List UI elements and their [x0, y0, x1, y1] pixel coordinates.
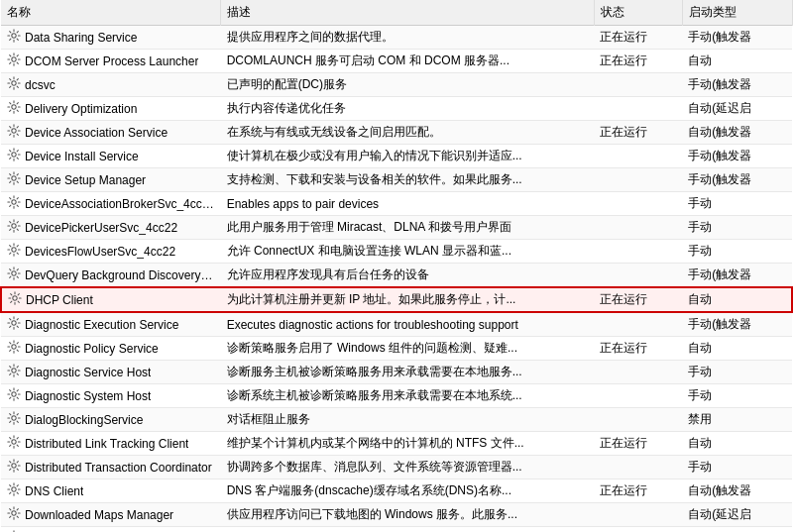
service-name-text: DNS Client	[25, 484, 83, 498]
service-desc-cell: 诊断服务主机被诊断策略服务用来承载需要在本地服务...	[221, 361, 595, 384]
svg-point-12	[12, 321, 16, 325]
service-startup-cell: 自动(延迟启	[682, 97, 792, 121]
service-name-text: DevicePickerUserSvc_4cc22	[25, 221, 177, 235]
service-icon	[7, 53, 21, 69]
service-desc-cell: DCOMLAUNCH 服务可启动 COM 和 DCOM 服务器...	[221, 50, 595, 73]
service-icon	[7, 459, 21, 476]
service-icon	[7, 243, 21, 260]
service-icon	[7, 482, 21, 499]
table-row[interactable]: DtsApo4Service	[1, 527, 792, 533]
service-status-cell	[594, 216, 682, 240]
service-status-cell	[594, 384, 682, 408]
table-row[interactable]: Device Association Service在系统与有线或无线设备之间启…	[1, 121, 792, 145]
service-status-cell	[594, 527, 682, 533]
table-row[interactable]: Device Install Service使计算机在极少或没有用户输入的情况下…	[1, 145, 792, 168]
service-desc-cell: 提供应用程序之间的数据代理。	[221, 26, 595, 50]
service-status-cell: 正在运行	[594, 50, 682, 73]
service-icon	[7, 435, 21, 452]
table-row[interactable]: Device Setup Manager支持检测、下载和安装与设备相关的软件。如…	[1, 168, 792, 192]
service-desc-cell: 供应用程序访问已下载地图的 Windows 服务。此服务...	[221, 503, 595, 527]
service-icon	[7, 506, 21, 523]
service-status-cell: 正在运行	[594, 337, 682, 361]
service-name-cell: DialogBlockingService	[1, 408, 221, 432]
service-name-cell: DNS Client	[1, 479, 221, 503]
service-name-cell: Diagnostic System Host	[1, 384, 221, 408]
service-startup-cell: 手动	[682, 240, 792, 264]
service-startup-cell: 手动	[682, 456, 792, 479]
service-icon	[7, 76, 21, 93]
service-icon	[7, 340, 21, 357]
service-icon	[8, 291, 22, 308]
table-row[interactable]: Data Sharing Service提供应用程序之间的数据代理。正在运行手动…	[1, 26, 792, 50]
col-header-status[interactable]: 状态	[594, 0, 682, 26]
table-row[interactable]: DevicesFlowUserSvc_4cc22允许 ConnectUX 和电脑…	[1, 240, 792, 264]
service-startup-cell: 自动(触发器	[682, 121, 792, 145]
table-row[interactable]: dcsvc已声明的配置(DC)服务手动(触发器	[1, 73, 792, 97]
svg-point-11	[13, 296, 17, 300]
table-row[interactable]: Distributed Transaction Coordinator协调跨多个…	[1, 456, 792, 479]
service-name-cell: Diagnostic Execution Service	[1, 312, 221, 337]
table-row[interactable]: Delivery Optimization执行内容传递优化任务自动(延迟启	[1, 97, 792, 121]
service-startup-cell: 禁用	[682, 408, 792, 432]
service-startup-cell: 手动(触发器	[682, 168, 792, 192]
service-startup-cell: 手动(触发器	[682, 264, 792, 288]
table-row[interactable]: DHCP Client为此计算机注册并更新 IP 地址。如果此服务停止，计...…	[1, 287, 792, 312]
table-row[interactable]: DNS ClientDNS 客户端服务(dnscache)缓存域名系统(DNS)…	[1, 479, 792, 503]
col-header-name[interactable]: 名称	[1, 0, 221, 26]
table-row[interactable]: Downloaded Maps Manager供应用程序访问已下载地图的 Win…	[1, 503, 792, 527]
svg-point-9	[12, 248, 16, 252]
table-row[interactable]: DCOM Server Process LauncherDCOMLAUNCH 服…	[1, 50, 792, 73]
svg-point-0	[12, 34, 16, 38]
service-desc-cell: DNS 客户端服务(dnscache)缓存域名系统(DNS)名称...	[221, 479, 595, 503]
service-name-cell: Distributed Link Tracking Client	[1, 432, 221, 456]
service-name-cell: Device Association Service	[1, 121, 221, 145]
service-name-text: Diagnostic Service Host	[25, 366, 151, 379]
col-header-desc[interactable]: 描述	[221, 0, 595, 26]
service-status-cell	[594, 361, 682, 384]
service-status-cell: 正在运行	[594, 26, 682, 50]
service-status-cell	[594, 73, 682, 97]
table-row[interactable]: DevicePickerUserSvc_4cc22此用户服务用于管理 Mirac…	[1, 216, 792, 240]
service-status-cell	[594, 408, 682, 432]
service-name-text: DevicesFlowUserSvc_4cc22	[25, 245, 175, 259]
svg-point-10	[12, 271, 16, 275]
service-name-cell: Delivery Optimization	[1, 97, 221, 121]
service-icon	[7, 387, 21, 404]
service-name-cell: Distributed Transaction Coordinator	[1, 456, 221, 479]
service-startup-cell: 手动	[682, 216, 792, 240]
table-row[interactable]: Distributed Link Tracking Client维护某个计算机内…	[1, 432, 792, 456]
service-desc-cell: 维护某个计算机内或某个网络中的计算机的 NTFS 文件...	[221, 432, 595, 456]
service-status-cell	[594, 264, 682, 288]
service-icon	[7, 124, 21, 141]
service-startup-cell: 自动	[682, 50, 792, 73]
service-startup-cell: 自动(触发器	[682, 479, 792, 503]
service-name-text: Downloaded Maps Manager	[25, 508, 173, 522]
svg-point-20	[12, 511, 16, 515]
service-icon	[7, 29, 21, 46]
svg-point-13	[12, 345, 16, 349]
service-startup-cell: 手动(触发器	[682, 145, 792, 168]
col-header-startup[interactable]: 启动类型	[682, 0, 792, 26]
svg-point-17	[12, 440, 16, 444]
service-name-text: DevQuery Background Discovery Brok.	[25, 268, 215, 282]
table-row[interactable]: Diagnostic Execution ServiceExecutes dia…	[1, 312, 792, 337]
table-row[interactable]: Diagnostic Service Host诊断服务主机被诊断策略服务用来承载…	[1, 361, 792, 384]
service-icon	[7, 148, 21, 164]
table-row[interactable]: Diagnostic Policy Service诊断策略服务启用了 Windo…	[1, 337, 792, 361]
service-startup-cell	[682, 527, 792, 533]
table-row[interactable]: DialogBlockingService对话框阻止服务禁用	[1, 408, 792, 432]
service-name-text: Distributed Link Tracking Client	[25, 437, 188, 451]
service-status-cell	[594, 168, 682, 192]
service-icon	[7, 195, 21, 212]
table-row[interactable]: DevQuery Background Discovery Brok.允许应用程…	[1, 264, 792, 288]
service-status-cell	[594, 312, 682, 337]
svg-point-4	[12, 129, 16, 133]
service-desc-cell: 执行内容传递优化任务	[221, 97, 595, 121]
service-name-cell: DevicePickerUserSvc_4cc22	[1, 216, 221, 240]
table-row[interactable]: Diagnostic System Host诊断系统主机被诊断策略服务用来承载需…	[1, 384, 792, 408]
service-name-cell: Diagnostic Policy Service	[1, 337, 221, 361]
services-table-container[interactable]: 名称 描述 状态 启动类型 Data Sharing Service提供应用程序…	[0, 0, 793, 532]
svg-point-3	[12, 105, 16, 109]
table-row[interactable]: DeviceAssociationBrokerSvc_4cc22Enables …	[1, 192, 792, 216]
service-name-cell: Device Install Service	[1, 145, 221, 168]
